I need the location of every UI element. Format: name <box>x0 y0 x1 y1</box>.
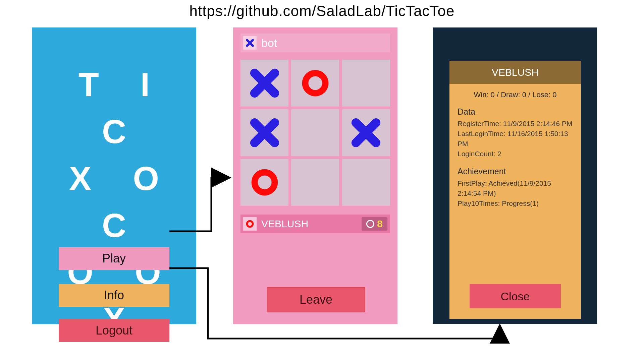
flow-arrow-info-to-profile <box>0 0 644 362</box>
